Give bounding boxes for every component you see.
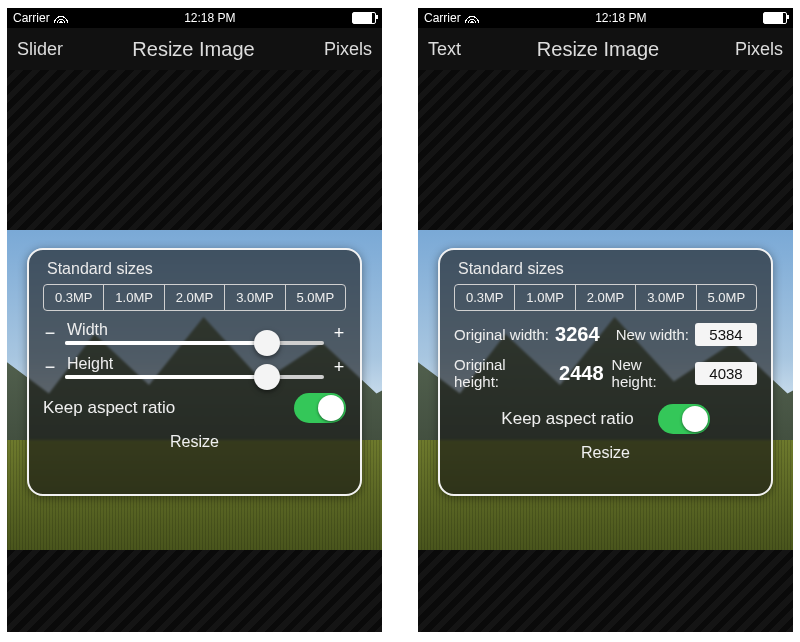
nav-right-button[interactable]: Pixels	[324, 39, 372, 60]
resize-button[interactable]: Resize	[454, 444, 757, 462]
nav-bar: Slider Resize Image Pixels	[7, 28, 382, 70]
resize-panel-slider: Standard sizes 0.3MP 1.0MP 2.0MP 3.0MP 5…	[27, 248, 362, 496]
nav-bar: Text Resize Image Pixels	[418, 28, 793, 70]
width-slider[interactable]	[65, 341, 324, 345]
aspect-ratio-label: Keep aspect ratio	[501, 409, 633, 429]
size-option[interactable]: 0.3MP	[455, 285, 515, 310]
resize-panel-text: Standard sizes 0.3MP 1.0MP 2.0MP 3.0MP 5…	[438, 248, 773, 496]
nav-left-button[interactable]: Text	[428, 39, 461, 60]
original-height-label: Original height:	[454, 356, 553, 390]
resize-button[interactable]: Resize	[43, 433, 346, 451]
size-option[interactable]: 5.0MP	[286, 285, 345, 310]
phone-screenshot-slider: Carrier 12:18 PM Slider Resize Image Pix…	[7, 8, 382, 632]
nav-title: Resize Image	[537, 38, 659, 61]
aspect-ratio-toggle[interactable]	[294, 393, 346, 423]
size-option[interactable]: 3.0MP	[225, 285, 285, 310]
original-height-value: 2448	[559, 362, 604, 385]
height-slider[interactable]	[65, 375, 324, 379]
aspect-ratio-toggle[interactable]	[658, 404, 710, 434]
size-option[interactable]: 1.0MP	[515, 285, 575, 310]
width-decrease-button[interactable]	[43, 323, 57, 344]
standard-sizes-heading: Standard sizes	[458, 260, 757, 278]
lower-dark-area	[418, 550, 793, 632]
new-width-label: New width:	[616, 326, 689, 343]
standard-sizes-segmented[interactable]: 0.3MP 1.0MP 2.0MP 3.0MP 5.0MP	[43, 284, 346, 311]
image-preview: Standard sizes 0.3MP 1.0MP 2.0MP 3.0MP 5…	[7, 230, 382, 550]
size-option[interactable]: 5.0MP	[697, 285, 756, 310]
size-option[interactable]: 3.0MP	[636, 285, 696, 310]
nav-left-button[interactable]: Slider	[17, 39, 63, 60]
wifi-icon	[465, 13, 479, 23]
lower-dark-area	[7, 550, 382, 632]
original-width-value: 3264	[555, 323, 600, 346]
status-bar: Carrier 12:18 PM	[7, 8, 382, 28]
image-preview: Standard sizes 0.3MP 1.0MP 2.0MP 3.0MP 5…	[418, 230, 793, 550]
standard-sizes-heading: Standard sizes	[47, 260, 346, 278]
nav-title: Resize Image	[132, 38, 254, 61]
carrier-label: Carrier	[13, 11, 50, 25]
size-option[interactable]: 0.3MP	[44, 285, 104, 310]
new-width-input[interactable]: 5384	[695, 323, 757, 346]
battery-icon	[352, 12, 376, 24]
height-increase-button[interactable]	[332, 357, 346, 378]
new-height-label: New height:	[612, 356, 689, 390]
nav-right-button[interactable]: Pixels	[735, 39, 783, 60]
status-time: 12:18 PM	[595, 11, 646, 25]
new-height-input[interactable]: 4038	[695, 362, 757, 385]
height-label: Height	[67, 355, 324, 373]
carrier-label: Carrier	[424, 11, 461, 25]
width-increase-button[interactable]	[332, 323, 346, 344]
size-option[interactable]: 2.0MP	[165, 285, 225, 310]
height-decrease-button[interactable]	[43, 357, 57, 378]
phone-screenshot-text: Carrier 12:18 PM Text Resize Image Pixel…	[418, 8, 793, 632]
standard-sizes-segmented[interactable]: 0.3MP 1.0MP 2.0MP 3.0MP 5.0MP	[454, 284, 757, 311]
battery-icon	[763, 12, 787, 24]
wifi-icon	[54, 13, 68, 23]
status-time: 12:18 PM	[184, 11, 235, 25]
upper-dark-area	[7, 70, 382, 230]
width-label: Width	[67, 321, 324, 339]
aspect-ratio-label: Keep aspect ratio	[43, 398, 175, 418]
size-option[interactable]: 1.0MP	[104, 285, 164, 310]
size-option[interactable]: 2.0MP	[576, 285, 636, 310]
upper-dark-area	[418, 70, 793, 230]
original-width-label: Original width:	[454, 326, 549, 343]
status-bar: Carrier 12:18 PM	[418, 8, 793, 28]
